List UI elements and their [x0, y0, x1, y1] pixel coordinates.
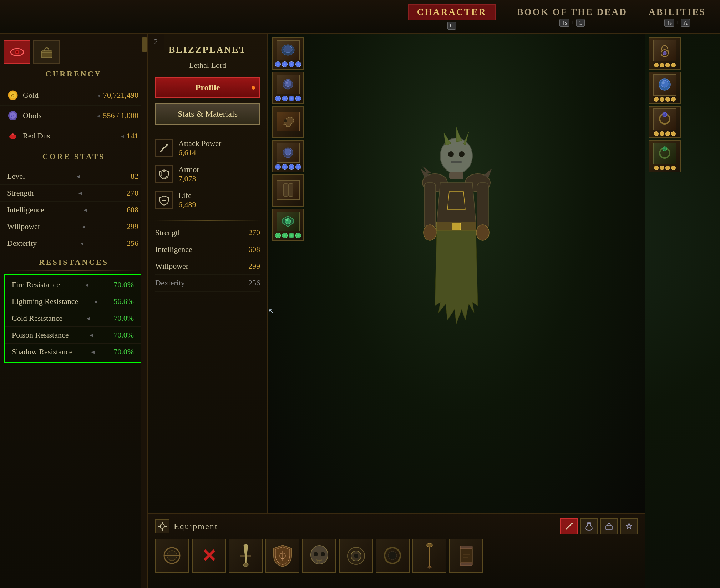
equip-slot-5[interactable]: [302, 539, 336, 573]
svg-marker-80: [244, 544, 248, 563]
svg-rect-19: [451, 161, 462, 163]
tab-bag[interactable]: [33, 40, 60, 64]
equip-slot-8[interactable]: [412, 539, 446, 573]
attack-power-value: 6,614: [178, 148, 221, 157]
svg-line-70: [568, 526, 569, 528]
cold-resistance-label: Cold Resistance: [12, 314, 62, 323]
filter-potions[interactable]: [580, 518, 598, 534]
shadow-resistance-value: 70.0%: [113, 347, 134, 356]
equip-slot-2[interactable]: ✕: [192, 539, 226, 573]
svg-point-79: [243, 563, 248, 567]
svg-point-86: [321, 552, 325, 556]
item-slot-6[interactable]: [272, 209, 304, 241]
lightning-resistance-label: Lightning Resistance: [12, 297, 78, 306]
stat-intelligence-value: 608: [127, 205, 138, 214]
svg-rect-3: [41, 51, 52, 58]
filter-weapons[interactable]: [560, 518, 578, 534]
equipment-bar: Equipment: [148, 513, 645, 588]
right-slot-1[interactable]: [649, 37, 681, 70]
tab-abilities-shortcut: ↑s + A: [664, 19, 690, 27]
shadow-resistance-label: Shadow Resistance: [12, 347, 72, 356]
mid-dexterity-label: Dexterity: [155, 278, 185, 288]
mid-strength-value: 270: [248, 228, 260, 237]
equip-slot-4[interactable]: [265, 539, 299, 573]
svg-rect-27: [424, 183, 436, 229]
player-title: — Lethal Lord —: [148, 61, 267, 75]
equip-slot-7[interactable]: [376, 539, 410, 573]
svg-rect-72: [606, 526, 612, 530]
right-slot-3[interactable]: [649, 106, 681, 138]
char-num: 2: [148, 34, 164, 50]
svg-point-18: [459, 151, 465, 157]
stat-strength: Strength ◂ 270: [0, 185, 147, 202]
armor-label: Armor: [178, 165, 199, 174]
obols-label: Obols: [23, 111, 94, 120]
svg-point-92: [354, 554, 358, 558]
eye-icon: [10, 46, 24, 58]
stat-dexterity: Dexterity ◂ 256: [0, 235, 147, 252]
tab-character[interactable]: CHARACTER C: [408, 4, 496, 30]
svg-rect-98: [460, 548, 472, 564]
mid-willpower-row: Willpower 299: [155, 258, 260, 275]
svg-line-56: [160, 144, 168, 152]
tab-character-shortcut: C: [447, 22, 456, 30]
tab-book-of-dead[interactable]: BOOK OF THE DEAD ↑s + C: [517, 7, 627, 27]
stat-dexterity-label: Dexterity: [7, 239, 37, 248]
item-slot-3[interactable]: [272, 106, 304, 138]
item-slot-5[interactable]: [272, 174, 304, 207]
left-panel: CURRENCY G Gold ◂ 70,721,490 O Obols ◂ 5…: [0, 34, 148, 588]
item-slot-4[interactable]: [272, 140, 304, 172]
stat-fire-resistance: Fire Resistance ◂ 70.0%: [5, 277, 143, 293]
gold-value: 70,721,490: [103, 91, 138, 100]
resistances-divider: [7, 270, 140, 271]
item-slot-1[interactable]: [272, 37, 304, 70]
filter-bag[interactable]: [600, 518, 618, 534]
mid-section-divider: [155, 220, 260, 221]
svg-point-36: [286, 82, 288, 84]
mid-willpower-label: Willpower: [155, 262, 188, 271]
stats-materials-button[interactable]: Stats & Materials ↖: [155, 103, 260, 125]
currency-gold: G Gold ◂ 70,721,490: [0, 85, 147, 106]
tab-abilities-label: ABILITIES: [649, 7, 706, 17]
equipment-header-icon: [155, 519, 169, 533]
svg-text:G: G: [11, 93, 14, 98]
profile-notification-dot: [252, 86, 255, 90]
right-slot-2[interactable]: [649, 72, 681, 104]
svg-point-46: [663, 51, 666, 55]
svg-point-35: [285, 80, 291, 87]
life-icon: [155, 191, 173, 209]
tab-abilities[interactable]: ABILITIES ↑s + A: [649, 7, 706, 27]
svg-point-29: [424, 225, 436, 240]
mid-strength-row: Strength 270: [155, 224, 260, 241]
attack-power-icon: [155, 139, 173, 157]
tab-character-label: CHARACTER: [408, 4, 496, 20]
equip-slot-6[interactable]: [339, 539, 373, 573]
stat-level-value: 82: [131, 172, 138, 181]
svg-rect-102: [460, 546, 472, 549]
svg-point-2: [16, 51, 18, 53]
svg-point-48: [661, 80, 668, 87]
equipment-title: Equipment: [174, 522, 218, 531]
svg-rect-71: [588, 522, 590, 524]
fire-resistance-value: 70.0%: [113, 280, 134, 289]
svg-rect-20: [449, 172, 463, 179]
right-slot-4[interactable]: [649, 140, 681, 172]
svg-point-43: [285, 218, 291, 224]
profile-button[interactable]: Profile: [155, 77, 260, 98]
mid-intelligence-row: Intelligence 608: [155, 241, 260, 258]
red-dust-value: 141: [127, 131, 138, 141]
item-slot-2[interactable]: [272, 72, 304, 104]
stat-strength-value: 270: [127, 188, 138, 198]
tab-view[interactable]: [4, 40, 30, 64]
svg-point-17: [448, 151, 454, 157]
equip-slot-9[interactable]: [449, 539, 483, 573]
equipment-filters: [560, 518, 638, 534]
attack-power-label: Attack Power: [178, 139, 221, 148]
slot-x-mark: ✕: [202, 547, 217, 565]
equip-slot-3[interactable]: [229, 539, 263, 573]
equip-slot-1[interactable]: [155, 539, 189, 573]
tab-book-label: BOOK OF THE DEAD: [517, 7, 627, 17]
filter-misc[interactable]: [620, 518, 638, 534]
primary-stats-group: Attack Power 6,614 Armor 7,073: [148, 132, 267, 217]
stat-intelligence-label: Intelligence: [7, 205, 44, 214]
